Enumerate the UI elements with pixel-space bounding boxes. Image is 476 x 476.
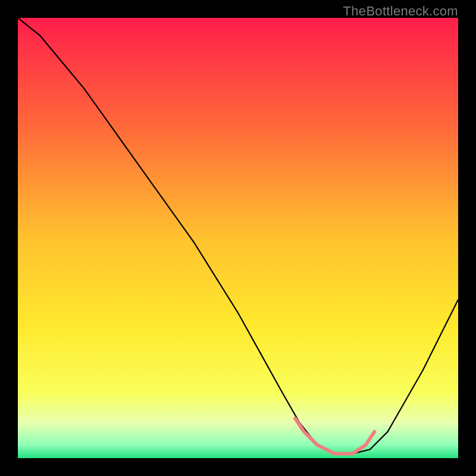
bottleneck-curve [18,18,458,454]
watermark-text: TheBottleneck.com [343,4,458,19]
plot-area [18,18,458,458]
curve-layer [18,18,458,458]
chart-root: TheBottleneck.com [0,0,476,476]
marker-band [295,418,374,453]
